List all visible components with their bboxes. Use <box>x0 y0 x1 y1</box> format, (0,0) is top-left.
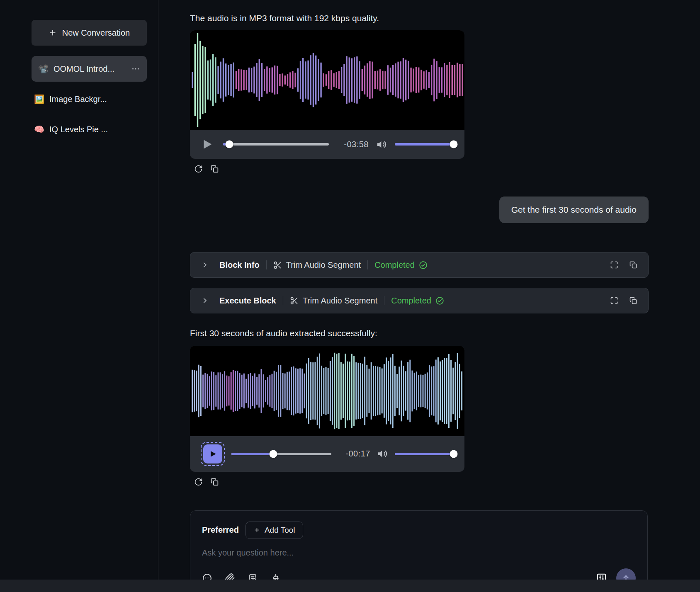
play-button[interactable] <box>203 444 222 463</box>
add-tool-label: Add Tool <box>265 526 295 535</box>
assistant-message-2: First 30 seconds of audio extracted succ… <box>190 328 649 339</box>
progress-thumb[interactable] <box>226 141 233 148</box>
copy-button[interactable] <box>210 165 219 173</box>
conversation-list: 📽️ OOMOL Introd... 🖼️ Image Backgr... 🧠 … <box>32 56 147 138</box>
volume-icon[interactable] <box>377 448 388 459</box>
block-actions <box>610 261 637 269</box>
status-completed: Completed <box>391 296 444 306</box>
add-tool-button[interactable]: Add Tool <box>245 522 303 539</box>
volume-fill <box>395 453 454 455</box>
waveform-canvas-1 <box>190 30 464 130</box>
chevron-right-icon[interactable] <box>201 297 209 304</box>
assistant-message-1: The audio is in MP3 format with 192 kbps… <box>190 12 649 24</box>
conversation-title: Image Backgr... <box>49 95 107 104</box>
copy-button[interactable] <box>210 478 219 486</box>
tool-name-label: Trim Audio Segment <box>286 260 361 270</box>
plus-icon <box>49 29 57 37</box>
progress-fill <box>231 453 273 455</box>
block-actions <box>610 296 637 305</box>
app-root: New Conversation 📽️ OOMOL Introd... 🖼️ I… <box>0 0 700 592</box>
conversation-item-oomol[interactable]: 📽️ OOMOL Introd... <box>32 56 147 82</box>
volume-slider[interactable] <box>395 453 454 455</box>
conversation-emoji: 🖼️ <box>34 94 44 104</box>
audio-player-1: -03:58 <box>190 30 464 159</box>
divider <box>283 296 283 305</box>
regenerate-button[interactable] <box>194 478 203 486</box>
message-actions-2 <box>194 478 649 486</box>
volume-icon[interactable] <box>376 139 387 150</box>
play-button[interactable] <box>201 138 216 150</box>
copy-button[interactable] <box>629 296 637 305</box>
conversation-emoji: 🧠 <box>34 124 44 134</box>
divider <box>384 296 384 305</box>
tool-name: Trim Audio Segment <box>273 260 361 270</box>
user-message-bubble: Get the first 30 seconds of audio <box>499 197 649 223</box>
audio-controls-1: -03:58 <box>190 130 464 159</box>
new-conversation-label: New Conversation <box>62 28 130 38</box>
copy-button[interactable] <box>629 261 637 269</box>
status-label: Completed <box>391 296 431 306</box>
sidebar: New Conversation 📽️ OOMOL Introd... 🖼️ I… <box>0 0 158 592</box>
block-title: Execute Block <box>219 296 276 306</box>
divider <box>266 260 267 269</box>
status-label: Completed <box>374 260 415 270</box>
scissors-icon <box>273 261 282 269</box>
audio-player-2: -00:17 <box>190 346 464 472</box>
conversation-menu-icon[interactable] <box>131 64 140 73</box>
block-title: Block Info <box>219 260 260 270</box>
conversation-title: IQ Levels Pie ... <box>49 125 108 134</box>
fullscreen-button[interactable] <box>610 296 618 305</box>
volume-fill <box>395 143 454 146</box>
check-circle-icon <box>419 261 428 269</box>
tool-block-execute[interactable]: Execute Block Trim Audio Segment Complet… <box>190 288 649 313</box>
bottom-bar <box>0 580 700 592</box>
play-button-focus-ring <box>201 442 225 466</box>
message-actions-1 <box>194 165 649 173</box>
time-remaining: -00:17 <box>338 449 370 459</box>
conversation-title: OOMOL Introd... <box>53 64 114 74</box>
status-completed: Completed <box>374 260 428 270</box>
volume-slider[interactable] <box>395 143 454 146</box>
progress-thumb[interactable] <box>270 450 277 458</box>
waveform-canvas-2 <box>190 346 464 436</box>
composer-input[interactable] <box>202 548 636 558</box>
progress-bar[interactable] <box>223 143 329 146</box>
new-conversation-button[interactable]: New Conversation <box>32 20 147 46</box>
volume-thumb[interactable] <box>450 450 458 458</box>
scissors-icon <box>290 296 299 305</box>
conversation-emoji: 📽️ <box>38 64 49 74</box>
tool-name: Trim Audio Segment <box>290 296 377 306</box>
tool-block-info[interactable]: Block Info Trim Audio Segment Completed <box>190 252 649 278</box>
volume-thumb[interactable] <box>450 141 458 148</box>
fullscreen-button[interactable] <box>610 261 618 269</box>
progress-bar[interactable] <box>231 453 331 455</box>
preferred-label: Preferred <box>202 525 239 535</box>
tool-name-label: Trim Audio Segment <box>303 296 377 306</box>
check-circle-icon <box>435 296 444 305</box>
conversation-item-image[interactable]: 🖼️ Image Backgr... <box>32 91 147 107</box>
chat-area: The audio is in MP3 format with 192 kbps… <box>158 0 700 592</box>
divider <box>367 260 368 269</box>
regenerate-button[interactable] <box>194 165 203 173</box>
conversation-item-iq[interactable]: 🧠 IQ Levels Pie ... <box>32 121 147 138</box>
chevron-right-icon[interactable] <box>201 261 209 269</box>
plus-icon <box>253 526 260 534</box>
audio-controls-2: -00:17 <box>190 436 464 472</box>
time-remaining: -03:58 <box>336 140 369 149</box>
